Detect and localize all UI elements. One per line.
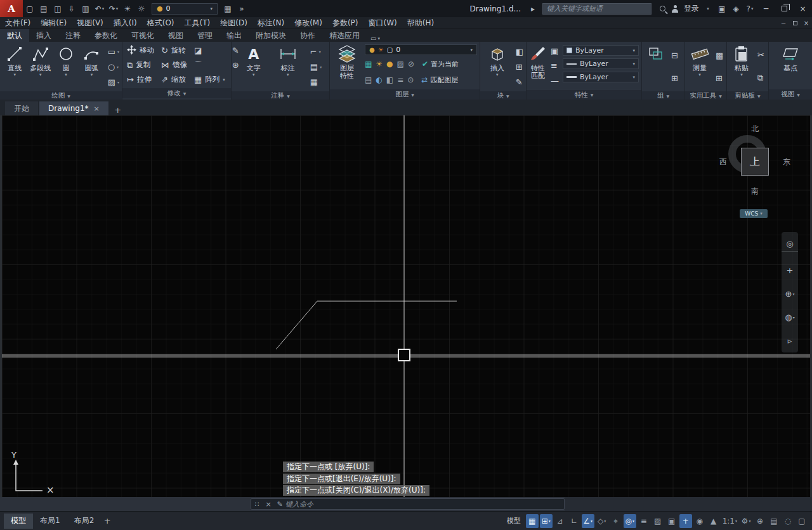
arc-button[interactable]: 圆弧 ▾	[79, 44, 103, 77]
dynamic-input-button[interactable]: +	[679, 514, 692, 528]
layer-tool-icon[interactable]: ☀	[376, 60, 383, 68]
start-tab[interactable]: 开始	[5, 101, 38, 115]
clean-screen-button[interactable]: ▢	[796, 514, 808, 528]
mirror-button[interactable]: ⋈镜像	[161, 60, 187, 70]
leader-tool-button[interactable]: ⌐▾	[310, 47, 322, 56]
layer-select-dropdown[interactable]: ● ☀ ▢ 0 ▾	[365, 44, 477, 55]
polar-caret-icon[interactable]: ▾	[591, 519, 593, 523]
set-current-button[interactable]: ✔置为当前	[422, 60, 459, 69]
copy-clip-button[interactable]: ⧉	[757, 73, 764, 83]
menu-dimension[interactable]: 标注(N)	[252, 17, 289, 29]
trim-button[interactable]: ◪	[194, 46, 225, 55]
layer-tool-icon[interactable]: ◧	[386, 75, 393, 84]
menu-draw[interactable]: 绘图(D)	[215, 17, 252, 29]
selection-cycling-button[interactable]: ▣	[665, 514, 678, 528]
cut-button[interactable]: ✂	[757, 50, 764, 60]
close-button[interactable]: ×	[794, 0, 812, 17]
object-snap-tracking-button[interactable]: ⌖	[610, 514, 622, 528]
layer-tool-icon[interactable]: ▤	[365, 75, 372, 84]
match-properties-button[interactable]: 特性匹配	[529, 44, 547, 80]
layer-dropdown-caret-icon[interactable]: ▾	[470, 48, 473, 53]
lineweight-dropdown[interactable]: ByLayer ▾	[563, 72, 639, 82]
sun-tool-button[interactable]: ☀	[121, 1, 134, 16]
annotation-visibility-button[interactable]: ◉	[693, 514, 706, 528]
menu-parametric[interactable]: 参数(P)	[327, 17, 363, 29]
plot-button[interactable]: ▥	[79, 1, 93, 16]
object-color-button[interactable]: ▣	[551, 46, 559, 56]
sheet-set-button[interactable]: ▦	[221, 1, 235, 16]
redo-dropdown-icon[interactable]: ▾	[116, 6, 119, 11]
layer-tool-icon[interactable]: ⊘	[408, 60, 414, 68]
qat-layer-combo[interactable]: ● 0 ▾	[152, 3, 218, 15]
linetype-dropdown[interactable]: ByLayer ▾	[563, 58, 639, 69]
linetype-caret-icon[interactable]: ▾	[632, 61, 635, 67]
move-button[interactable]: 移动	[127, 45, 154, 56]
quick-properties-button[interactable]: ▤	[768, 514, 780, 528]
light-tool-button[interactable]: ☼	[134, 1, 148, 16]
layer-tool-icon[interactable]: ▦	[365, 60, 372, 68]
match-layer-button[interactable]: ⇄匹配图层	[421, 75, 458, 85]
properties-panel-label[interactable]: 特性▼	[527, 90, 641, 100]
menu-file[interactable]: 文件(F)	[0, 17, 36, 29]
group-edit-button[interactable]: ⊞	[671, 74, 678, 83]
undo-dropdown-icon[interactable]: ▾	[102, 6, 105, 11]
measure-caret-icon[interactable]: ▾	[698, 73, 701, 77]
utilities-panel-label[interactable]: 实用工具▼	[685, 91, 726, 100]
paste-caret-icon[interactable]: ▾	[740, 73, 743, 77]
workspace-switching-button[interactable]: ⚙▾	[740, 514, 752, 528]
menu-modify[interactable]: 修改(M)	[289, 17, 327, 29]
redo-button[interactable]: ↷▾	[107, 1, 121, 16]
rotate-button[interactable]: ↻旋转	[161, 46, 187, 55]
groups-panel-label[interactable]: 组▼	[642, 91, 684, 100]
view-base-button[interactable]: 基点	[776, 44, 805, 72]
layer-tool-icon[interactable]: ⊙	[407, 75, 414, 84]
viewcube-top-face[interactable]: 上	[741, 148, 769, 176]
save-as-button[interactable]: ⇩	[65, 1, 79, 16]
polar-tracking-button[interactable]: ∠▾	[582, 514, 594, 528]
tab-insert[interactable]: 插入	[29, 29, 58, 42]
table-tool-button[interactable]: ▤▾	[310, 62, 322, 72]
annotation-grid-button[interactable]: ▦	[310, 77, 322, 87]
ellipse-tool-button[interactable]: ○▾	[108, 62, 119, 72]
qat-overflow-button[interactable]: »	[235, 1, 249, 16]
workspace-caret-icon[interactable]: ▾	[749, 519, 750, 523]
autocad-logo-button[interactable]: A	[0, 0, 23, 17]
polyline-caret-icon[interactable]: ▾	[39, 73, 42, 77]
undo-button[interactable]: ↶▾	[93, 1, 107, 16]
line-button[interactable]: 直线 ▾	[3, 44, 27, 77]
transparency-button[interactable]: ▨	[652, 514, 664, 528]
sign-in-label[interactable]: 登录	[684, 3, 699, 14]
layout2-tab[interactable]: 布局2	[67, 514, 102, 529]
isodraft-button[interactable]: ◇▾	[596, 514, 608, 528]
snap-mode-button[interactable]: ⊞▾	[540, 514, 553, 528]
viewcube-north-label[interactable]: 北	[719, 124, 790, 134]
object-snap-caret-icon[interactable]: ▾	[632, 519, 634, 523]
edit-attribute-button[interactable]: ◧	[516, 47, 523, 56]
dimension-button[interactable]: 标注 ▾	[273, 44, 303, 77]
annotation-scale-button[interactable]: 1:1▾	[721, 514, 738, 528]
annotation-monitor-button[interactable]: ⊕	[754, 514, 766, 528]
line-caret-icon[interactable]: ▾	[13, 73, 16, 77]
new-drawing-tab-button[interactable]: +	[112, 104, 124, 115]
qat-layer-dropdown-icon[interactable]: ▾	[210, 6, 213, 11]
text-caret-icon[interactable]: ▾	[252, 73, 255, 77]
viewcube[interactable]: 北 上 西 东 南	[719, 123, 790, 198]
clipboard-panel-label[interactable]: 剪贴板▼	[727, 91, 768, 100]
layer-tool-icon[interactable]: ▨	[397, 60, 404, 68]
block-editor-button[interactable]: ✎	[516, 77, 523, 87]
tab-manage[interactable]: 管理	[190, 29, 219, 42]
model-space-button[interactable]: 模型	[503, 516, 525, 526]
new-file-button[interactable]: ▢	[23, 1, 37, 16]
stay-connected-button[interactable]: ◈	[729, 1, 743, 16]
paste-button[interactable]: 粘贴 ▾	[730, 44, 754, 77]
array-caret-icon[interactable]: ▾	[223, 77, 225, 82]
zoom-button[interactable]: ⊕▾	[785, 289, 795, 299]
command-input-field[interactable]: ∷ × ✎	[251, 498, 565, 510]
showmotion-button[interactable]: ▹	[788, 336, 792, 346]
new-layout-button[interactable]: +	[101, 515, 114, 527]
menu-format[interactable]: 格式(O)	[142, 17, 180, 29]
menu-insert[interactable]: 插入(I)	[108, 17, 142, 29]
doc-minimize-button[interactable]: ─	[778, 18, 789, 28]
color-dropdown[interactable]: ByLayer ▾	[563, 45, 639, 56]
lineweight-button[interactable]: —	[551, 76, 559, 86]
